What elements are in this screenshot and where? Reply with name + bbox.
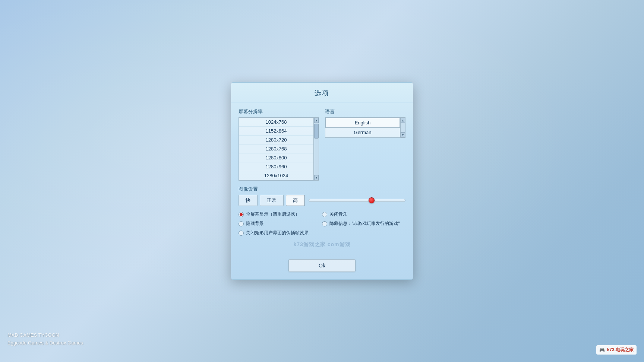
option-hide-background[interactable]: 隐藏背景: [239, 220, 322, 227]
list-item[interactable]: 1280x800: [239, 153, 313, 162]
language-list: English German: [325, 117, 400, 138]
image-settings-label: 图像设置: [239, 186, 405, 193]
option-hide-indie-info-label: 隐藏信息："非游戏玩家发行的游戏": [329, 220, 400, 227]
list-item[interactable]: 1280x960: [239, 162, 313, 171]
lang-scrollbar-down-button[interactable]: ▼: [401, 132, 405, 137]
resolution-label: 屏幕分辨率: [239, 108, 319, 115]
language-item-english[interactable]: English: [325, 118, 400, 128]
language-scrollbar: ▲ ▼: [400, 117, 405, 138]
dialog-footer: Ok: [231, 259, 413, 272]
dialog-overlay: 选项 屏幕分辨率 1024x768 1152x864 1280x720 1280…: [0, 0, 644, 362]
options-dialog: 选项 屏幕分辨率 1024x768 1152x864 1280x720 1280…: [231, 82, 413, 280]
option-hide-background-label: 隐藏背景: [246, 220, 264, 227]
list-item[interactable]: 1024x768: [239, 118, 313, 127]
radio-close-animation[interactable]: [239, 231, 244, 236]
language-label: 语言: [325, 108, 405, 115]
scrollbar-up-button[interactable]: ▲: [314, 118, 319, 123]
radio-fullscreen[interactable]: [239, 212, 244, 217]
language-item-german[interactable]: German: [325, 128, 400, 137]
options-left-column: 全屏幕显示（请重启游戏） 隐藏背景 关闭矩形用户界面的伪插帧效果: [239, 211, 322, 239]
watermark-text: k73游戏之家 com游戏: [231, 241, 413, 248]
list-item[interactable]: 1152x864: [239, 127, 313, 136]
list-item[interactable]: 1280x1024: [239, 171, 313, 180]
quality-row: 快 正常 高: [239, 195, 405, 206]
scrollbar-down-button[interactable]: ▼: [314, 175, 319, 180]
image-settings-section: 图像设置 快 正常 高: [239, 186, 405, 206]
lang-scrollbar-up-button[interactable]: ▲: [401, 118, 405, 123]
dialog-title: 选项: [231, 83, 413, 102]
quality-slider-thumb[interactable]: [369, 197, 375, 203]
quality-slider-track: [309, 199, 405, 202]
options-right-column: 关闭音乐 隐藏信息："非游戏玩家发行的游戏": [322, 211, 405, 239]
radio-hide-background[interactable]: [239, 221, 244, 226]
radio-hide-indie-info[interactable]: [322, 221, 327, 226]
radio-mute-music[interactable]: [322, 212, 327, 217]
resolution-section: 屏幕分辨率 1024x768 1152x864 1280x720 1280x76…: [239, 108, 319, 181]
scrollbar-thumb[interactable]: [314, 124, 319, 139]
dialog-body: 屏幕分辨率 1024x768 1152x864 1280x720 1280x76…: [231, 102, 413, 245]
options-section: 全屏幕显示（请重启游戏） 隐藏背景 关闭矩形用户界面的伪插帧效果 关闭音乐: [239, 211, 405, 239]
option-hide-indie-info[interactable]: 隐藏信息："非游戏玩家发行的游戏": [322, 220, 405, 227]
language-list-container: English German ▲ ▼: [325, 117, 405, 138]
two-column-layout: 屏幕分辨率 1024x768 1152x864 1280x720 1280x76…: [239, 108, 405, 181]
option-mute-music-label: 关闭音乐: [329, 211, 347, 217]
option-fullscreen-label: 全屏幕显示（请重启游戏）: [246, 211, 300, 217]
ok-button[interactable]: Ok: [288, 259, 356, 272]
list-item[interactable]: 1280x768: [239, 145, 313, 153]
quality-high-button[interactable]: 高: [286, 195, 305, 206]
quality-normal-button[interactable]: 正常: [260, 195, 284, 206]
language-section: 语言 English German ▲ ▼: [325, 108, 405, 181]
option-close-animation-label: 关闭矩形用户界面的伪插帧效果: [246, 230, 309, 236]
resolution-scrollbar: ▲ ▼: [314, 117, 319, 181]
resolution-list: 1024x768 1152x864 1280x720 1280x768 1280…: [239, 117, 314, 181]
resolution-list-container: 1024x768 1152x864 1280x720 1280x768 1280…: [239, 117, 319, 181]
quality-fast-button[interactable]: 快: [239, 195, 258, 206]
option-fullscreen[interactable]: 全屏幕显示（请重启游戏）: [239, 211, 322, 217]
list-item[interactable]: 1280x720: [239, 136, 313, 145]
option-mute-music[interactable]: 关闭音乐: [322, 211, 405, 217]
option-close-animation[interactable]: 关闭矩形用户界面的伪插帧效果: [239, 230, 322, 236]
